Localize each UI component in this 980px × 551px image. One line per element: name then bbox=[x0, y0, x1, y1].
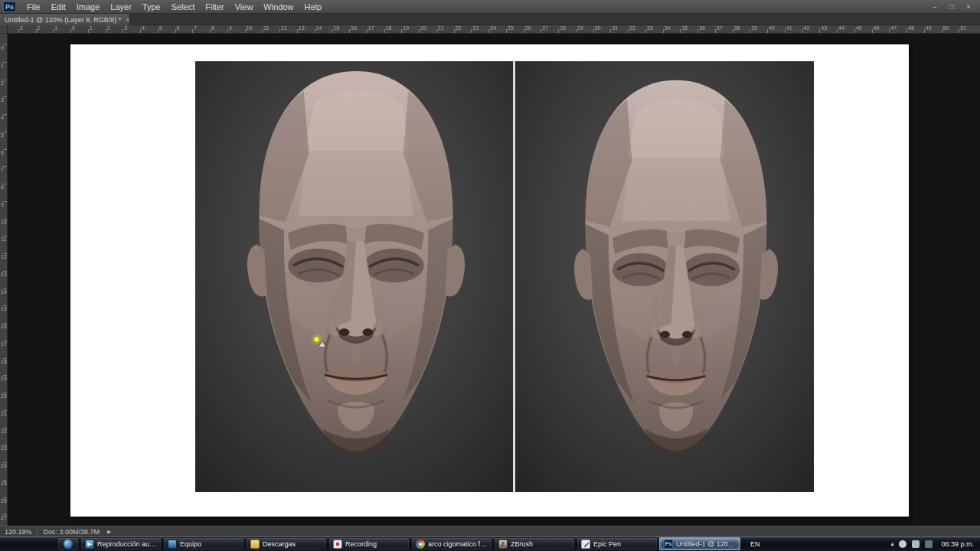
ruler-tick bbox=[384, 29, 385, 33]
ruler-label: 13 bbox=[299, 25, 305, 31]
ruler-label: 29 bbox=[577, 25, 583, 31]
ruler-label: 36 bbox=[699, 25, 705, 31]
menu-type[interactable]: Type bbox=[137, 0, 166, 13]
taskbar-item-browser[interactable]: arco cigomatico frac... bbox=[411, 537, 492, 550]
ruler-tick bbox=[122, 29, 123, 33]
ruler-corner bbox=[0, 25, 8, 34]
ruler-label: 7 bbox=[1, 167, 4, 172]
ruler-label: 28 bbox=[560, 25, 566, 31]
ruler-label: 32 bbox=[629, 25, 635, 31]
ruler-tick bbox=[610, 29, 611, 33]
menu-edit[interactable]: Edit bbox=[46, 0, 71, 13]
volume-icon[interactable] bbox=[912, 540, 920, 548]
document-tab[interactable]: Untitled-1 @ 120% (Layer 8, RGB/8) * × bbox=[0, 14, 130, 25]
taskbar-item-autoplay[interactable]: ▶Reproducción auto... bbox=[80, 537, 162, 550]
browser-icon bbox=[416, 540, 425, 549]
ruler-tick bbox=[488, 29, 489, 33]
ruler-label: 6 bbox=[177, 25, 180, 31]
taskbar-item-pen[interactable]: Epic Pen bbox=[577, 537, 658, 550]
menu-layer[interactable]: Layer bbox=[105, 0, 137, 13]
ruler-label: 4 bbox=[1, 115, 4, 120]
ruler-tick bbox=[106, 29, 106, 33]
zoom-level[interactable]: 120.19% bbox=[0, 528, 37, 536]
ruler-label: 5 bbox=[159, 25, 162, 31]
menu-window[interactable]: Window bbox=[258, 0, 299, 13]
menu-select[interactable]: Select bbox=[166, 0, 201, 13]
ruler-tick bbox=[802, 29, 803, 33]
taskbar-item-zbrush[interactable]: ZZBrush bbox=[494, 537, 575, 550]
ruler-tick bbox=[227, 29, 228, 33]
ruler-tick bbox=[558, 29, 559, 33]
ruler-tick bbox=[315, 29, 315, 33]
ruler-label: 46 bbox=[874, 25, 880, 31]
ruler-label: 40 bbox=[769, 25, 775, 31]
menu-bar: Ps FileEditImageLayerTypeSelectFilterVie… bbox=[0, 0, 980, 14]
taskbar-item-label: Descargas bbox=[263, 540, 296, 548]
ruler-label: 33 bbox=[647, 25, 653, 31]
minimize-icon[interactable]: – bbox=[926, 1, 943, 13]
ruler-label: 27 bbox=[1, 515, 7, 520]
ruler-tick bbox=[854, 29, 855, 33]
menu-filter[interactable]: Filter bbox=[200, 0, 229, 13]
ruler-label: 13 bbox=[1, 272, 7, 277]
folder-icon bbox=[250, 540, 260, 549]
ruler-tick bbox=[192, 29, 193, 33]
ruler-label: 44 bbox=[838, 25, 844, 31]
document-page bbox=[70, 44, 909, 517]
canvas-area[interactable] bbox=[8, 34, 980, 526]
ruler-tick bbox=[889, 29, 890, 33]
ruler-tick bbox=[262, 29, 263, 33]
ruler-label: 35 bbox=[681, 25, 688, 31]
ruler-tick bbox=[872, 29, 873, 33]
taskbar-buttons: ▶Reproducción auto...EquipoDescargasReco… bbox=[57, 536, 741, 551]
ruler-tick bbox=[524, 29, 524, 33]
ruler-tick bbox=[663, 29, 664, 33]
ruler-label: 31 bbox=[612, 25, 618, 31]
status-expand-arrow-icon[interactable]: ▶ bbox=[107, 529, 111, 535]
photoshop-app-icon[interactable]: Ps bbox=[3, 2, 16, 12]
taskbar-item-label: arco cigomatico frac... bbox=[428, 540, 488, 548]
maximize-icon[interactable]: □ bbox=[943, 1, 960, 13]
taskbar-item-label: Equipo bbox=[180, 540, 201, 548]
menu-view[interactable]: View bbox=[230, 0, 259, 13]
taskbar-clock[interactable]: 06:39 p.m. bbox=[938, 540, 974, 548]
ruler-tick bbox=[332, 29, 332, 33]
hidden-icons-chevron-icon[interactable]: ▴ bbox=[890, 540, 893, 547]
ruler-label: 22 bbox=[1, 429, 7, 434]
pen-cursor-dot bbox=[313, 336, 320, 343]
close-icon[interactable]: × bbox=[960, 1, 977, 13]
ruler-tick bbox=[471, 29, 472, 33]
network-icon[interactable] bbox=[925, 540, 933, 548]
ruler-tick bbox=[245, 29, 246, 33]
ruler-label: 6 bbox=[1, 150, 4, 155]
ruler-tick bbox=[53, 29, 54, 33]
taskbar-item-label: Recording bbox=[345, 540, 377, 548]
epic-pen-tray-icon[interactable] bbox=[899, 540, 906, 548]
language-indicator[interactable]: EN bbox=[750, 540, 760, 548]
ruler-label: 8 bbox=[1, 184, 4, 190]
ruler-label: 22 bbox=[456, 25, 462, 31]
taskbar-item-recording[interactable]: Recording bbox=[328, 537, 410, 550]
taskbar-item-label: Epic Pen bbox=[593, 540, 621, 548]
ruler-label: 21 bbox=[438, 25, 444, 31]
menu-image[interactable]: Image bbox=[71, 0, 106, 13]
menu-file[interactable]: File bbox=[21, 0, 46, 13]
ruler-tick bbox=[942, 29, 942, 33]
status-bar: 120.19% Doc: 3.00M/38.7M ▶ bbox=[0, 526, 980, 536]
taskbar-item-label: ZBrush bbox=[511, 540, 533, 548]
zbrush-icon: Z bbox=[498, 540, 508, 549]
taskbar-item-folder[interactable]: Descargas bbox=[246, 537, 327, 550]
ruler-label: 21 bbox=[1, 411, 7, 416]
ruler-tick bbox=[367, 29, 368, 33]
taskbar-item-photoshop[interactable]: PsUntitled-1 @ 120% (L... bbox=[659, 537, 740, 550]
tab-close-icon[interactable]: × bbox=[126, 16, 129, 24]
photoshop-icon: Ps bbox=[664, 540, 673, 549]
menu-help[interactable]: Help bbox=[299, 0, 327, 13]
ruler-label: 48 bbox=[908, 25, 914, 31]
ruler-label: 39 bbox=[751, 25, 757, 31]
ruler-label: 19 bbox=[1, 376, 7, 381]
ruler-tick bbox=[697, 29, 698, 33]
taskbar-item-computer[interactable]: Equipo bbox=[163, 537, 244, 550]
taskbar-item-media-player[interactable] bbox=[57, 537, 79, 550]
ruler-tick bbox=[436, 29, 437, 33]
